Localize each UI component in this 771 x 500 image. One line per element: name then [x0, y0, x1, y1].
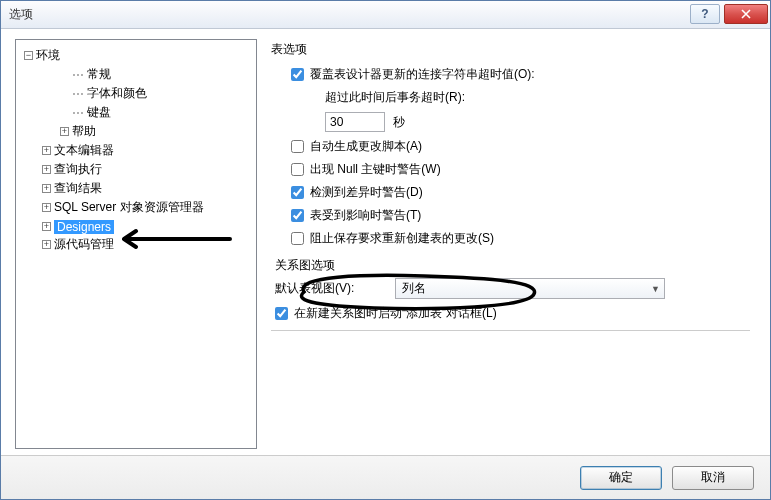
checkbox-auto-script[interactable]: [291, 140, 304, 153]
tree-panel: −环境 ⋯常规 ⋯字体和颜色 ⋯键盘 +帮助 +文本编辑器 +查询执行 +查询结…: [15, 39, 257, 449]
tree-label: SQL Server 对象资源管理器: [54, 199, 204, 216]
tree-label: 字体和颜色: [87, 85, 147, 102]
tree-label: 查询结果: [54, 180, 102, 197]
tree-label: 帮助: [72, 123, 96, 140]
label-override-conn: 覆盖表设计器更新的连接字符串超时值(O):: [310, 66, 535, 83]
expand-icon[interactable]: +: [42, 184, 51, 193]
tree-label: 键盘: [87, 104, 111, 121]
input-timeout[interactable]: [325, 112, 385, 132]
options-dialog: 选项 ? −环境 ⋯常规 ⋯字体和颜色 ⋯键盘 +帮助 +文本编辑器 +查询执行…: [0, 0, 771, 500]
tree-node-keyboard[interactable]: ⋯键盘: [60, 104, 111, 121]
label-launch-add-table: 在新建关系图时启动“添加表”对话框(L): [294, 305, 497, 322]
row-prevent-save: 阻止保存要求重新创建表的更改(S): [271, 230, 750, 247]
tree-label: 文本编辑器: [54, 142, 114, 159]
tree-node-query-results[interactable]: +查询结果: [42, 180, 102, 197]
divider: [271, 330, 750, 331]
close-icon: [741, 9, 751, 19]
tree-label: 环境: [36, 47, 60, 64]
tree-node-help[interactable]: +帮助: [60, 123, 96, 140]
chevron-down-icon: ▼: [651, 284, 660, 294]
window-buttons: ?: [686, 6, 768, 24]
checkbox-override-conn[interactable]: [291, 68, 304, 81]
checkbox-diff-warn[interactable]: [291, 186, 304, 199]
label-timeout: 超过此时间后事务超时(R):: [325, 89, 465, 106]
nav-tree: −环境 ⋯常规 ⋯字体和颜色 ⋯键盘 +帮助 +文本编辑器 +查询执行 +查询结…: [20, 46, 252, 254]
label-default-view: 默认表视图(V):: [275, 280, 395, 297]
tree-node-environment[interactable]: −环境: [24, 47, 60, 64]
row-launch-add-table: 在新建关系图时启动“添加表”对话框(L): [271, 305, 750, 322]
help-button[interactable]: ?: [690, 4, 720, 24]
row-timeout-label: 超过此时间后事务超时(R):: [271, 89, 750, 106]
cancel-button[interactable]: 取消: [672, 466, 754, 490]
dialog-footer: 确定 取消: [1, 455, 770, 499]
expand-icon[interactable]: +: [42, 146, 51, 155]
tree-node-fonts[interactable]: ⋯字体和颜色: [60, 85, 147, 102]
settings-panel: 表选项 覆盖表设计器更新的连接字符串超时值(O): 超过此时间后事务超时(R):…: [265, 39, 756, 449]
checkbox-null-warn[interactable]: [291, 163, 304, 176]
tree-label: 常规: [87, 66, 111, 83]
dropdown-value: 列名: [402, 280, 426, 297]
tree-label: 查询执行: [54, 161, 102, 178]
tree-label: Designers: [54, 220, 114, 234]
row-auto-script: 自动生成更改脚本(A): [271, 138, 750, 155]
row-diff-warn: 检测到差异时警告(D): [271, 184, 750, 201]
label-null-warn: 出现 Null 主键时警告(W): [310, 161, 441, 178]
tree-node-sql-explorer[interactable]: +SQL Server 对象资源管理器: [42, 199, 204, 216]
group-title-diagram: 关系图选项: [271, 257, 750, 274]
tree-node-designers[interactable]: +Designers: [42, 220, 114, 234]
label-affect-warn: 表受到影响时警告(T): [310, 207, 421, 224]
expand-icon[interactable]: +: [42, 165, 51, 174]
expand-icon[interactable]: +: [42, 240, 51, 249]
tree-node-text-editor[interactable]: +文本编辑器: [42, 142, 114, 159]
close-button[interactable]: [724, 4, 768, 24]
checkbox-launch-add-table[interactable]: [275, 307, 288, 320]
label-auto-script: 自动生成更改脚本(A): [310, 138, 422, 155]
dialog-title: 选项: [9, 6, 686, 23]
dialog-body: −环境 ⋯常规 ⋯字体和颜色 ⋯键盘 +帮助 +文本编辑器 +查询执行 +查询结…: [1, 29, 770, 455]
label-diff-warn: 检测到差异时警告(D): [310, 184, 423, 201]
label-seconds: 秒: [393, 114, 405, 131]
ok-button[interactable]: 确定: [580, 466, 662, 490]
titlebar: 选项 ?: [1, 1, 770, 29]
row-default-view: 默认表视图(V): 列名 ▼: [271, 278, 750, 299]
expand-icon[interactable]: +: [42, 222, 51, 231]
tree-node-general[interactable]: ⋯常规: [60, 66, 111, 83]
tree-node-source-control[interactable]: +源代码管理: [42, 236, 114, 253]
tree-label: 源代码管理: [54, 236, 114, 253]
dropdown-default-view[interactable]: 列名 ▼: [395, 278, 665, 299]
checkbox-affect-warn[interactable]: [291, 209, 304, 222]
row-affect-warn: 表受到影响时警告(T): [271, 207, 750, 224]
expand-icon[interactable]: +: [60, 127, 69, 136]
row-override-connection: 覆盖表设计器更新的连接字符串超时值(O):: [271, 66, 750, 83]
expand-icon[interactable]: +: [42, 203, 51, 212]
row-timeout-value: 秒: [271, 112, 750, 132]
tree-node-query-exec[interactable]: +查询执行: [42, 161, 102, 178]
group-title-table-options: 表选项: [271, 41, 750, 58]
collapse-icon[interactable]: −: [24, 51, 33, 60]
label-prevent-save: 阻止保存要求重新创建表的更改(S): [310, 230, 494, 247]
checkbox-prevent-save[interactable]: [291, 232, 304, 245]
row-null-warn: 出现 Null 主键时警告(W): [271, 161, 750, 178]
